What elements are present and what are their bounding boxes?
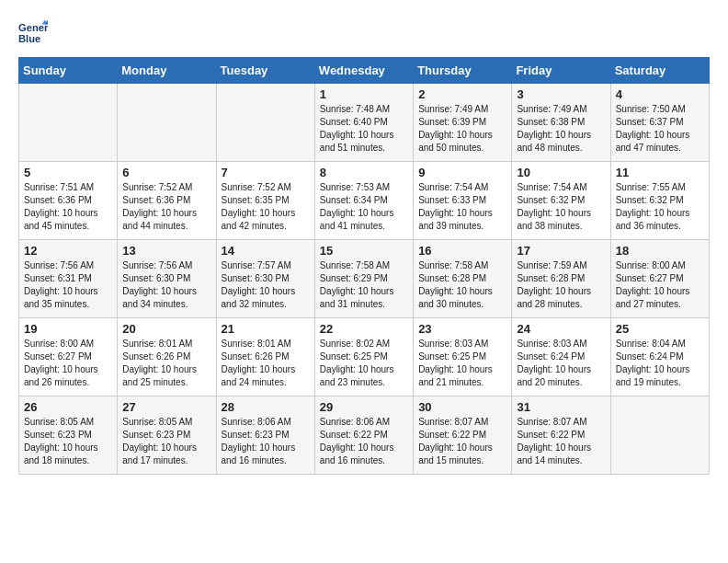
day-info: Sunrise: 7:58 AM Sunset: 6:29 PM Dayligh…: [320, 259, 408, 311]
day-info: Sunrise: 7:49 AM Sunset: 6:39 PM Dayligh…: [418, 103, 506, 155]
day-cell: 27Sunrise: 8:05 AM Sunset: 6:23 PM Dayli…: [118, 396, 216, 475]
day-cell: 11Sunrise: 7:55 AM Sunset: 6:32 PM Dayli…: [610, 162, 709, 240]
col-header-friday: Friday: [512, 58, 610, 84]
day-number: 2: [418, 87, 506, 101]
day-cell: 5Sunrise: 7:51 AM Sunset: 6:36 PM Daylig…: [19, 162, 118, 240]
day-cell: 25Sunrise: 8:04 AM Sunset: 6:24 PM Dayli…: [610, 318, 709, 396]
day-number: 28: [222, 400, 310, 414]
day-cell: 24Sunrise: 8:03 AM Sunset: 6:24 PM Dayli…: [512, 318, 610, 396]
day-info: Sunrise: 7:52 AM Sunset: 6:35 PM Dayligh…: [222, 181, 310, 233]
day-info: Sunrise: 8:01 AM Sunset: 6:26 PM Dayligh…: [222, 338, 310, 389]
day-number: 21: [222, 322, 310, 336]
day-cell: 31Sunrise: 8:07 AM Sunset: 6:22 PM Dayli…: [512, 396, 610, 475]
day-number: 16: [418, 244, 506, 258]
day-info: Sunrise: 8:00 AM Sunset: 6:27 PM Dayligh…: [616, 259, 704, 311]
day-info: Sunrise: 8:06 AM Sunset: 6:23 PM Dayligh…: [222, 416, 310, 467]
logo-icon: General Blue: [18, 18, 48, 48]
day-info: Sunrise: 8:02 AM Sunset: 6:25 PM Dayligh…: [320, 338, 408, 389]
header-row: SundayMondayTuesdayWednesdayThursdayFrid…: [19, 58, 710, 84]
day-info: Sunrise: 7:57 AM Sunset: 6:30 PM Dayligh…: [222, 259, 310, 311]
day-number: 13: [122, 244, 210, 258]
day-info: Sunrise: 8:01 AM Sunset: 6:26 PM Dayligh…: [122, 338, 210, 389]
day-cell: 3Sunrise: 7:49 AM Sunset: 6:38 PM Daylig…: [512, 84, 610, 162]
day-cell: 10Sunrise: 7:54 AM Sunset: 6:32 PM Dayli…: [512, 162, 610, 240]
day-cell: [216, 84, 314, 162]
day-number: 6: [122, 166, 210, 179]
day-number: 20: [122, 322, 210, 336]
day-number: 22: [320, 322, 408, 336]
day-cell: 18Sunrise: 8:00 AM Sunset: 6:27 PM Dayli…: [610, 240, 709, 318]
day-info: Sunrise: 8:05 AM Sunset: 6:23 PM Dayligh…: [122, 416, 210, 467]
day-info: Sunrise: 8:07 AM Sunset: 6:22 PM Dayligh…: [418, 416, 506, 467]
day-cell: 20Sunrise: 8:01 AM Sunset: 6:26 PM Dayli…: [118, 318, 216, 396]
col-header-tuesday: Tuesday: [216, 58, 314, 84]
day-cell: [118, 84, 216, 162]
day-cell: 29Sunrise: 8:06 AM Sunset: 6:22 PM Dayli…: [314, 396, 413, 475]
day-info: Sunrise: 7:50 AM Sunset: 6:37 PM Dayligh…: [616, 103, 704, 155]
day-number: 24: [517, 322, 605, 336]
day-cell: 16Sunrise: 7:58 AM Sunset: 6:28 PM Dayli…: [414, 240, 512, 318]
col-header-wednesday: Wednesday: [314, 58, 413, 84]
day-number: 4: [616, 87, 704, 101]
day-cell: 2Sunrise: 7:49 AM Sunset: 6:39 PM Daylig…: [414, 84, 512, 162]
day-info: Sunrise: 7:59 AM Sunset: 6:28 PM Dayligh…: [517, 259, 605, 311]
day-number: 19: [24, 322, 112, 336]
day-info: Sunrise: 7:54 AM Sunset: 6:32 PM Dayligh…: [517, 181, 605, 233]
day-cell: 30Sunrise: 8:07 AM Sunset: 6:22 PM Dayli…: [414, 396, 512, 475]
day-info: Sunrise: 8:05 AM Sunset: 6:23 PM Dayligh…: [24, 416, 112, 467]
day-number: 15: [320, 244, 408, 258]
day-info: Sunrise: 7:56 AM Sunset: 6:30 PM Dayligh…: [122, 259, 210, 311]
day-number: 23: [418, 322, 506, 336]
day-info: Sunrise: 8:04 AM Sunset: 6:24 PM Dayligh…: [616, 338, 704, 389]
day-cell: 15Sunrise: 7:58 AM Sunset: 6:29 PM Dayli…: [314, 240, 413, 318]
day-cell: [610, 396, 709, 475]
day-number: 9: [418, 166, 506, 179]
day-info: Sunrise: 8:03 AM Sunset: 6:25 PM Dayligh…: [418, 338, 506, 389]
day-number: 1: [320, 87, 408, 101]
day-cell: 6Sunrise: 7:52 AM Sunset: 6:36 PM Daylig…: [118, 162, 216, 240]
day-info: Sunrise: 7:55 AM Sunset: 6:32 PM Dayligh…: [616, 181, 704, 233]
day-number: 11: [616, 166, 704, 179]
day-cell: 1Sunrise: 7:48 AM Sunset: 6:40 PM Daylig…: [314, 84, 413, 162]
day-number: 26: [24, 400, 112, 414]
day-cell: 19Sunrise: 8:00 AM Sunset: 6:27 PM Dayli…: [19, 318, 118, 396]
day-cell: 8Sunrise: 7:53 AM Sunset: 6:34 PM Daylig…: [314, 162, 413, 240]
day-cell: 26Sunrise: 8:05 AM Sunset: 6:23 PM Dayli…: [19, 396, 118, 475]
day-info: Sunrise: 7:49 AM Sunset: 6:38 PM Dayligh…: [517, 103, 605, 155]
day-info: Sunrise: 8:00 AM Sunset: 6:27 PM Dayligh…: [24, 338, 112, 389]
day-cell: 21Sunrise: 8:01 AM Sunset: 6:26 PM Dayli…: [216, 318, 314, 396]
calendar-header: SundayMondayTuesdayWednesdayThursdayFrid…: [19, 58, 710, 84]
day-info: Sunrise: 8:06 AM Sunset: 6:22 PM Dayligh…: [320, 416, 408, 467]
day-info: Sunrise: 7:53 AM Sunset: 6:34 PM Dayligh…: [320, 181, 408, 233]
day-number: 27: [122, 400, 210, 414]
day-info: Sunrise: 7:54 AM Sunset: 6:33 PM Dayligh…: [418, 181, 506, 233]
day-number: 29: [320, 400, 408, 414]
day-number: 12: [24, 244, 112, 258]
day-number: 30: [418, 400, 506, 414]
day-cell: 23Sunrise: 8:03 AM Sunset: 6:25 PM Dayli…: [414, 318, 512, 396]
svg-text:Blue: Blue: [18, 33, 40, 44]
col-header-monday: Monday: [118, 58, 216, 84]
week-row-4: 19Sunrise: 8:00 AM Sunset: 6:27 PM Dayli…: [19, 318, 710, 396]
day-number: 5: [24, 166, 112, 179]
day-number: 25: [616, 322, 704, 336]
day-cell: 28Sunrise: 8:06 AM Sunset: 6:23 PM Dayli…: [216, 396, 314, 475]
day-cell: 22Sunrise: 8:02 AM Sunset: 6:25 PM Dayli…: [314, 318, 413, 396]
day-cell: 17Sunrise: 7:59 AM Sunset: 6:28 PM Dayli…: [512, 240, 610, 318]
week-row-2: 5Sunrise: 7:51 AM Sunset: 6:36 PM Daylig…: [19, 162, 710, 240]
col-header-saturday: Saturday: [610, 58, 709, 84]
day-number: 10: [517, 166, 605, 179]
week-row-3: 12Sunrise: 7:56 AM Sunset: 6:31 PM Dayli…: [19, 240, 710, 318]
day-cell: 12Sunrise: 7:56 AM Sunset: 6:31 PM Dayli…: [19, 240, 118, 318]
day-info: Sunrise: 7:48 AM Sunset: 6:40 PM Dayligh…: [320, 103, 408, 155]
day-info: Sunrise: 8:03 AM Sunset: 6:24 PM Dayligh…: [517, 338, 605, 389]
week-row-1: 1Sunrise: 7:48 AM Sunset: 6:40 PM Daylig…: [19, 84, 710, 162]
day-info: Sunrise: 8:07 AM Sunset: 6:22 PM Dayligh…: [517, 416, 605, 467]
day-info: Sunrise: 7:58 AM Sunset: 6:28 PM Dayligh…: [418, 259, 506, 311]
day-number: 3: [517, 87, 605, 101]
day-cell: 13Sunrise: 7:56 AM Sunset: 6:30 PM Dayli…: [118, 240, 216, 318]
logo: General Blue: [18, 18, 51, 48]
day-cell: [19, 84, 118, 162]
col-header-thursday: Thursday: [414, 58, 512, 84]
day-number: 18: [616, 244, 704, 258]
